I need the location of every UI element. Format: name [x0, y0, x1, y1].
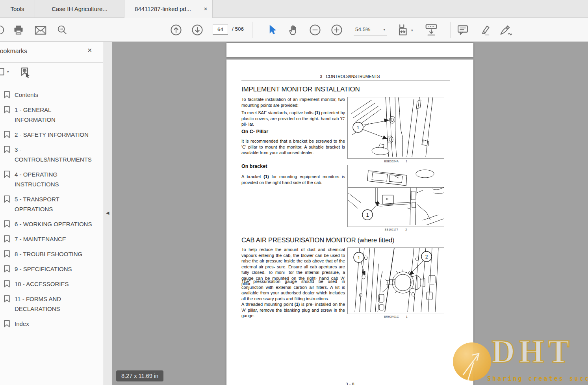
- fill-sign-icon[interactable]: [499, 24, 513, 36]
- bookmark-item-accessories[interactable]: 10 - ACCESSORIES: [2, 279, 103, 289]
- callout-ref: (1): [263, 174, 269, 179]
- pdf-page: 3 - CONTROLS/INSTRUMENTS IMPLEMENT MONIT…: [226, 60, 473, 385]
- bookmark-icon: [3, 195, 11, 203]
- previous-page-icon[interactable]: [170, 24, 182, 36]
- bookmark-item-safety-information[interactable]: 2 - SAFETY INFORMATION: [2, 130, 103, 139]
- main-area: Bookmarks ✕ ▾: [0, 42, 588, 385]
- figure-number: 1: [406, 315, 408, 318]
- chevron-down-icon: ▾: [383, 28, 385, 32]
- zoom-level-value: 54.5%: [355, 26, 370, 32]
- print-icon[interactable]: [13, 24, 24, 35]
- bookmark-item-maintenance[interactable]: 7 - MAINTENANCE: [2, 234, 103, 244]
- bookmark-item-index[interactable]: Index: [2, 319, 103, 329]
- close-panel-icon[interactable]: ✕: [87, 47, 92, 54]
- paragraph-text: To meet SAE standards, captive bolts: [241, 110, 315, 115]
- bookmark-label: 11 - FORMS AND DECLARATIONS: [15, 294, 90, 314]
- page-fit-icon[interactable]: [398, 24, 409, 36]
- bookmarks-panel-header: Bookmarks ✕: [0, 42, 103, 63]
- callout-ref: (1): [315, 110, 320, 115]
- bookmark-item-contents[interactable]: Contents: [2, 90, 103, 100]
- bookmark-item-general-information[interactable]: 1 - GENERAL INFORMATION: [2, 105, 103, 125]
- bookmark-icon: [3, 220, 11, 228]
- main-toolbar: / 506 54.5% ▾: [0, 18, 588, 42]
- figure-number: 1: [406, 160, 407, 163]
- figure-caption: SS10J1772: [347, 228, 444, 231]
- document-viewport[interactable]: 3 - CONTROLS/INSTRUMENTS IMPLEMENT MONIT…: [112, 42, 588, 385]
- hand-tool-icon[interactable]: [288, 24, 299, 36]
- panel-toolbar-divider: [16, 67, 16, 79]
- section-title-cab-air-pressurisation: CAB AIR PRESSURISATION MONITOR (where fi…: [241, 236, 394, 244]
- search-icon[interactable]: [57, 24, 68, 35]
- figure-caption: BRH3401C1: [347, 315, 444, 318]
- close-tab-icon[interactable]: ✕: [204, 6, 208, 12]
- zoom-in-icon[interactable]: [331, 24, 343, 36]
- zoom-level-dropdown[interactable]: 54.5% ▾: [354, 24, 387, 35]
- figure-number: 2: [405, 228, 407, 231]
- panel-collapse-strip[interactable]: ◀: [104, 42, 112, 385]
- paragraph: A bracket (1) for mounting equipment mon…: [241, 174, 345, 185]
- page-number-input[interactable]: [213, 24, 228, 35]
- bookmark-label: 7 - MAINTENANCE: [15, 234, 90, 244]
- next-page-icon[interactable]: [191, 24, 203, 36]
- zoom-out-icon[interactable]: [309, 24, 321, 36]
- bookmarks-panel-toolbar: ▾: [0, 63, 103, 83]
- bookmark-icon: [3, 145, 11, 154]
- subsection-title-on-bracket: On bracket: [241, 164, 267, 169]
- watermark-tagline: Sharing creates success: [487, 375, 588, 382]
- figure-code: BRH3401C: [384, 315, 399, 318]
- bookmark-item-transport-operations[interactable]: 5 - TRANSPORT OPERATIONS: [2, 194, 103, 214]
- callout-2: 2: [425, 254, 428, 260]
- bookmark-item-specifications[interactable]: 9 - SPECIFICATIONS: [2, 264, 103, 274]
- chevron-down-icon: ▾: [7, 70, 9, 74]
- callout-1: 1: [357, 125, 360, 130]
- bookmark-item-working-operations[interactable]: 6 - WORKING OPERATIONS: [2, 219, 103, 229]
- email-icon[interactable]: [35, 26, 46, 35]
- chevron-down-icon[interactable]: ▾: [411, 28, 413, 32]
- bookmark-label: 5 - TRANSPORT OPERATIONS: [15, 194, 90, 214]
- highlight-icon[interactable]: [479, 24, 491, 36]
- paragraph: The pressurisation gauge should be used …: [241, 279, 345, 301]
- paragraph: It is recommended that a bracket be scre…: [241, 138, 345, 156]
- bookmark-item-controls-instruments[interactable]: 3 - CONTROLS/INSTRUMENTS: [2, 145, 103, 164]
- figure-image: 1 2: [347, 247, 444, 314]
- bookmarks-panel: Bookmarks ✕ ▾: [0, 42, 104, 385]
- tab-tools[interactable]: Tools: [0, 0, 35, 18]
- tab-document-2-active[interactable]: 84411287-linked pd... ✕: [124, 0, 213, 18]
- tab-document-1-label: Case IH Agriculture...: [52, 6, 108, 12]
- paragraph: A threaded mounting point (1) is pre- in…: [241, 301, 345, 319]
- paragraph-text: A bracket: [241, 174, 263, 179]
- bookmark-item-troubleshooting[interactable]: 8 - TROUBLESHOOTING: [2, 249, 103, 259]
- subsection-title-on-c-pillar: On C- Pillar: [241, 129, 268, 134]
- figure-code: BSE3624A: [384, 160, 399, 163]
- bookmark-item-forms-declarations[interactable]: 11 - FORMS AND DECLARATIONS: [2, 294, 103, 314]
- tab-document-1[interactable]: Case IH Agriculture...: [35, 0, 124, 18]
- bookmark-options-icon[interactable]: ▾: [0, 67, 9, 76]
- bookmark-label: Index: [15, 319, 90, 329]
- watermark-logo-circle: [453, 342, 491, 381]
- figure-image: 1: [347, 165, 444, 227]
- footer-rule: [241, 375, 450, 375]
- collapse-panel-icon[interactable]: ◀: [106, 210, 109, 216]
- header-rule: [241, 80, 450, 80]
- page-running-header: 3 - CONTROLS/INSTRUMENTS: [226, 74, 473, 79]
- watermark-logo-text: DHT: [492, 333, 573, 370]
- comment-icon[interactable]: [457, 24, 469, 35]
- bookmark-label: 8 - TROUBLESHOOTING: [15, 249, 90, 259]
- callout-1: 1: [366, 212, 369, 218]
- bookmark-icon: [3, 130, 11, 139]
- bookmark-icon: [3, 106, 11, 114]
- acrobat-window: Tools Case IH Agriculture... 84411287-li…: [0, 0, 588, 385]
- bookmarks-panel-title: Bookmarks: [0, 48, 27, 55]
- bookmark-item-operating-instructions[interactable]: 4 - OPERATING INSTRUCTIONS: [2, 169, 103, 189]
- locate-current-bookmark-icon[interactable]: [20, 67, 32, 80]
- page-size-tooltip: 8.27 x 11.69 in: [116, 370, 163, 381]
- scroll-mode-icon[interactable]: [425, 24, 438, 36]
- figure-caption: BSE3624A1: [347, 160, 444, 163]
- save-icon[interactable]: [0, 25, 5, 35]
- paragraph: To meet SAE standards, captive bolts (1)…: [241, 110, 345, 127]
- bookmark-label: 2 - SAFETY INFORMATION: [15, 130, 90, 139]
- paragraph-text: To facilitate installation of an impleme…: [241, 97, 345, 108]
- bookmark-label: 6 - WORKING OPERATIONS: [15, 219, 90, 229]
- select-tool-icon[interactable]: [267, 24, 277, 36]
- figure-code: SS10J177: [385, 228, 399, 231]
